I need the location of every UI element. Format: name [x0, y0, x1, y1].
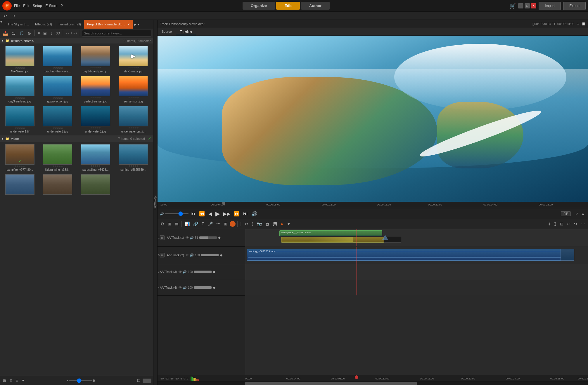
- file-item-kidsrunning[interactable]: ☆☆☆☆☆ kidsrunning_v388...: [39, 143, 77, 173]
- tl-link-btn[interactable]: 🔗: [192, 221, 199, 227]
- tab-project-bin[interactable]: Project Bin: Pinnacle Stu... ✕: [84, 20, 133, 29]
- file-item-catching-wave[interactable]: ☆☆☆☆☆ catching-the-wave...: [39, 45, 77, 74]
- tool-3d-label[interactable]: 3D: [55, 31, 61, 36]
- tool-import-btn[interactable]: 📥: [2, 30, 9, 36]
- tab-left-arrow[interactable]: ◀: [0, 20, 2, 29]
- tl-redo2-btn[interactable]: ↪: [573, 221, 579, 227]
- track-1-mute-btn[interactable]: 🔊: [190, 236, 194, 240]
- star-filter[interactable]: ★★★★★: [65, 32, 78, 35]
- bc-layout-btn[interactable]: ⊞: [2, 378, 7, 383]
- tab-right-arrow[interactable]: ▶: [134, 23, 136, 26]
- import-button[interactable]: Import: [539, 2, 561, 10]
- file-item-video6[interactable]: [39, 173, 77, 196]
- file-item-underwater1[interactable]: ☆☆☆☆☆ underwater1.tif: [1, 105, 39, 134]
- mode-edit[interactable]: Edit: [276, 2, 300, 10]
- clip-blue-track2[interactable]: surfing_v5625659.mov: [247, 249, 573, 261]
- tab-effects[interactable]: Effects: (all): [32, 20, 55, 29]
- tl-zoom-in-btn[interactable]: ⟫: [553, 221, 558, 227]
- track-2-mute-btn[interactable]: 🔊: [190, 253, 194, 257]
- track-1-timeline[interactable]: surfingwave_-_4342874.mov: [245, 229, 588, 247]
- file-item-video7[interactable]: [77, 173, 114, 196]
- tl-orange2-btn[interactable]: ●: [279, 221, 284, 227]
- track-2-eye-btn[interactable]: 👁: [186, 253, 189, 257]
- tl-mic-btn[interactable]: 🎤: [207, 221, 214, 227]
- file-item-underwater2[interactable]: ☆☆☆☆☆ underwater2.jpg: [39, 105, 77, 134]
- file-item-day3-maui[interactable]: ▶ ☆☆☆☆☆ day3-maui.jpg: [115, 45, 152, 74]
- track-1-eye-btn[interactable]: 👁: [186, 236, 189, 239]
- track-expand-1[interactable]: ▤: [160, 235, 165, 240]
- cart-icon[interactable]: 🛒: [509, 3, 516, 9]
- transport-back-btn[interactable]: ◀: [207, 210, 213, 217]
- video-tab-source[interactable]: Source: [158, 28, 176, 35]
- tl-orange-btn[interactable]: [230, 221, 236, 227]
- track-4-vol-slider[interactable]: [194, 286, 212, 289]
- photos-section-header[interactable]: ▾ 📁 ultimate-photos- 12 items, 0 selecte…: [0, 38, 153, 43]
- clip-green-track1[interactable]: surfingwave_-_4342874.mov: [279, 230, 382, 236]
- navigation-sidebar[interactable]: Navigation: [153, 20, 158, 385]
- bc-menu-btn[interactable]: ▼: [20, 378, 26, 383]
- tl-zoom-out-btn[interactable]: ⟪: [547, 221, 552, 227]
- file-item-parasailing[interactable]: ☆☆☆☆☆ parasailing_v5428...: [77, 143, 114, 173]
- tl-group-btn[interactable]: ▤: [174, 221, 180, 227]
- tl-grid-btn[interactable]: ⊞: [223, 221, 229, 227]
- track-2-timeline[interactable]: surfing_v5625659.mov: [245, 247, 588, 264]
- tool-grid-view[interactable]: ⊞: [42, 30, 48, 36]
- minimize-button[interactable]: —: [518, 3, 523, 8]
- menu-estore[interactable]: E-Store: [45, 4, 57, 8]
- track-3-timeline[interactable]: [245, 264, 588, 280]
- menu-edit[interactable]: Edit: [23, 4, 29, 8]
- tl-fit-btn[interactable]: ⊡: [559, 221, 565, 227]
- video-section-header[interactable]: ▾ 📁 video 7 items, 0 selected ✓: [0, 135, 153, 142]
- tl-photo-btn[interactable]: 🖼: [272, 221, 278, 227]
- menu-help[interactable]: ?: [61, 4, 63, 8]
- transport-rewind-btn[interactable]: ⏮: [190, 210, 197, 217]
- scrollbar-thumb[interactable]: [245, 382, 417, 385]
- file-item-gopro-action[interactable]: ☆☆☆☆☆ gopro-action.jpg: [39, 75, 77, 104]
- menu-setup[interactable]: Setup: [33, 4, 42, 8]
- tab-transitions[interactable]: Transitions: (all): [55, 20, 84, 29]
- tl-camera-btn[interactable]: 📷: [256, 221, 263, 227]
- tool-new-btn[interactable]: 🗂: [10, 30, 17, 36]
- track-1-vol-slider[interactable]: [199, 236, 217, 239]
- mode-organize[interactable]: Organize: [243, 2, 275, 10]
- tl-trim-btn[interactable]: ✂: [244, 221, 250, 227]
- file-item-day3-surfs-up[interactable]: ☆☆☆☆☆ day3-surfs-up.jpg: [1, 75, 39, 104]
- tool-settings-btn[interactable]: ⚙: [26, 30, 32, 36]
- track-4-timeline[interactable]: [245, 280, 588, 296]
- file-item-sunset-surf[interactable]: ☆☆☆☆☆ sunset-surf.jpg: [115, 75, 152, 104]
- file-item-alix-susan[interactable]: ☆☆☆☆☆ Alix-Susan.jpg: [1, 45, 39, 74]
- bc-checkbox-btn[interactable]: ☐: [136, 378, 141, 383]
- transport-step-back-btn[interactable]: ⏪: [198, 210, 206, 217]
- track-2-vol-slider[interactable]: [201, 254, 219, 256]
- tab-sky[interactable]: ↑ The Sky is th...: [2, 20, 32, 29]
- maximize-button[interactable]: □: [525, 3, 530, 8]
- volume-slider[interactable]: [165, 213, 188, 214]
- track-4-eye-btn[interactable]: 👁: [179, 286, 182, 289]
- tool-list-view[interactable]: ≡: [36, 30, 41, 36]
- track-4-diamond[interactable]: ◆: [213, 285, 215, 290]
- file-item-underwater-test[interactable]: ☆☆☆☆☆ underwater-test.j...: [115, 105, 152, 134]
- tl-settings-btn[interactable]: ⚙: [159, 221, 165, 227]
- transport-audio-btn[interactable]: 🔊: [250, 210, 258, 217]
- file-item-video5[interactable]: [1, 173, 39, 196]
- undo-button[interactable]: ↩: [2, 13, 8, 19]
- clip-gold-track1[interactable]: [281, 237, 384, 243]
- track-3-mute-btn[interactable]: 🔊: [183, 270, 187, 274]
- tl-undo2-btn[interactable]: ↩: [566, 221, 572, 227]
- bc-list-btn[interactable]: ≡: [15, 378, 19, 383]
- transport-play-btn[interactable]: ▶: [214, 210, 221, 218]
- file-item-day3-board[interactable]: ☆☆☆☆☆ day3-board-prep.j...: [77, 45, 114, 74]
- transport-expand-btn[interactable]: ⤢: [574, 211, 579, 216]
- scrollbar-track[interactable]: [245, 382, 588, 385]
- tl-cursor-btn[interactable]: |: [239, 221, 243, 227]
- file-item-campfire[interactable]: ✓ ☆☆☆☆☆ campfire_v977480...: [1, 143, 39, 173]
- transport-settings-btn[interactable]: ⚙: [580, 211, 586, 216]
- tool-audio-btn[interactable]: 🎵: [18, 30, 25, 36]
- track-2-diamond[interactable]: ◆: [220, 253, 222, 257]
- bc-thumbs-btn[interactable]: ⊟: [8, 378, 13, 383]
- close-button[interactable]: ✕: [531, 3, 536, 8]
- pip-button[interactable]: PIP: [561, 211, 571, 216]
- tl-bar-chart-btn[interactable]: 📊: [184, 221, 191, 227]
- file-item-underwater3[interactable]: ☆☆☆☆☆ underwater3.jpg: [77, 105, 114, 134]
- transport-end-btn[interactable]: ⏭: [242, 210, 249, 217]
